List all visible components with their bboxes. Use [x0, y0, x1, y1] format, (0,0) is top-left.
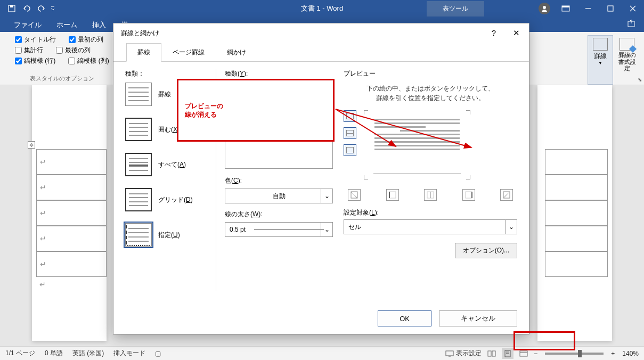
- document-title: 文書 1 - Word: [301, 4, 343, 13]
- save-button[interactable]: [4, 1, 19, 16]
- svg-rect-6: [608, 6, 613, 11]
- user-avatar[interactable]: [539, 3, 550, 14]
- maximize-button[interactable]: [599, 0, 622, 17]
- status-page[interactable]: 1/1 ページ: [5, 349, 35, 358]
- dialog-titlebar: 罫線と網かけ ? ✕: [113, 23, 529, 43]
- chk-total-row[interactable]: 集計行: [15, 46, 43, 55]
- svg-point-2: [543, 6, 546, 9]
- tab-page-border[interactable]: ページ罫線: [161, 43, 216, 62]
- svg-rect-8: [446, 351, 453, 356]
- view-print-layout[interactable]: [502, 348, 513, 359]
- dialog-launcher[interactable]: ⬊: [638, 77, 642, 83]
- preview-left-border-btn[interactable]: [386, 189, 399, 201]
- preview-vmid-border-btn[interactable]: [424, 189, 437, 201]
- svg-rect-1: [10, 5, 13, 7]
- window-controls: [539, 0, 644, 17]
- svg-rect-19: [389, 192, 396, 198]
- annotation-callout: プレビューの 線が消える: [177, 79, 335, 142]
- close-button[interactable]: [622, 0, 644, 17]
- table-row[interactable]: ↵: [36, 251, 107, 277]
- group-label: 表スタイルのオプション: [15, 72, 109, 83]
- zoom-out[interactable]: −: [534, 350, 537, 357]
- svg-rect-10: [488, 351, 491, 356]
- preview-right-border-btn[interactable]: [462, 189, 475, 201]
- ribbon-options-button[interactable]: [555, 0, 577, 17]
- chevron-down-icon: ⌄: [505, 220, 517, 234]
- chevron-down-icon: ⌄: [321, 223, 332, 236]
- zoom-slider[interactable]: [545, 353, 604, 355]
- view-read-mode[interactable]: [486, 348, 498, 359]
- dialog-close-button[interactable]: ✕: [511, 28, 521, 38]
- svg-line-26: [503, 192, 510, 198]
- border-painter-icon: [619, 38, 634, 51]
- tab-shading[interactable]: 網かけ: [216, 43, 257, 62]
- svg-rect-11: [492, 351, 495, 356]
- share-button[interactable]: [619, 17, 644, 32]
- qat-customize[interactable]: [49, 1, 56, 16]
- table-row[interactable]: ↵: [36, 175, 107, 200]
- table-row[interactable]: [545, 226, 608, 251]
- chevron-down-icon: ⌄: [321, 189, 332, 203]
- tab-home[interactable]: ホーム: [49, 17, 85, 32]
- target-dropdown[interactable]: セル ⌄: [344, 219, 517, 234]
- preview-diagram[interactable]: [364, 110, 470, 179]
- style-label: 種類(Y):: [225, 69, 333, 78]
- status-insert[interactable]: 挿入モード: [113, 349, 145, 358]
- redo-button[interactable]: [34, 1, 49, 16]
- preview-diag-up-btn[interactable]: [500, 189, 513, 201]
- preview-hint: 下の絵の中、またはボタンをクリックして、 罫線を引く位置を指定してください。: [344, 84, 517, 103]
- title-bar: 文書 1 - Word 表ツール: [0, 0, 644, 17]
- svg-line-18: [351, 192, 357, 198]
- table-row[interactable]: ↵: [36, 226, 107, 251]
- table-style-options-group: タイトル行 最初の列 集計行 最後の列 縞模様 (行) 縞模様 (列) 表スタイ…: [10, 35, 115, 85]
- status-words[interactable]: 0 単語: [45, 349, 63, 358]
- borders-shading-dialog: 罫線と網かけ ? ✕ 罫線 ページ罫線 網かけ 種類： 罫線 囲む(X) すべて…: [113, 23, 529, 334]
- width-dropdown[interactable]: 0.5 pt ⌄: [225, 222, 333, 237]
- preview-bottom-border-btn[interactable]: [344, 144, 356, 156]
- table-row[interactable]: [545, 149, 608, 175]
- borders-dropdown[interactable]: 罫線 ▼: [588, 35, 613, 85]
- status-lang[interactable]: 英語 (米国): [72, 349, 104, 358]
- color-dropdown[interactable]: 自動 ⌄: [225, 189, 333, 203]
- preview-diag-down-btn[interactable]: [348, 189, 361, 201]
- width-label: 線の太さ(W):: [225, 210, 333, 219]
- cancel-button[interactable]: キャンセル: [439, 310, 517, 326]
- page-right: [537, 85, 612, 341]
- minimize-button[interactable]: [577, 0, 599, 17]
- preview-top-border-btn[interactable]: [344, 110, 356, 122]
- border-painter-button[interactable]: 罫線の 書式設定: [614, 35, 640, 85]
- status-display[interactable]: 表示設定: [445, 349, 482, 358]
- tab-file[interactable]: ファイル: [6, 17, 49, 32]
- kind-custom[interactable]: 指定(U): [125, 223, 216, 247]
- dialog-title: 罫線と網かけ: [121, 29, 159, 38]
- options-button[interactable]: オプション(O)...: [455, 243, 517, 258]
- svg-rect-23: [466, 192, 472, 198]
- borders-icon: [593, 38, 608, 51]
- table-row[interactable]: [545, 175, 608, 200]
- zoom-in[interactable]: +: [611, 350, 615, 357]
- dialog-help-button[interactable]: ?: [488, 28, 499, 38]
- kind-grid[interactable]: グリッド(D): [125, 188, 216, 211]
- tab-insert[interactable]: 挿入: [85, 17, 113, 32]
- table-row[interactable]: ↵: [36, 149, 107, 175]
- zoom-value[interactable]: 140%: [622, 350, 639, 357]
- preview-mid-border-btn[interactable]: [344, 127, 356, 139]
- table-row[interactable]: ↵: [36, 200, 107, 226]
- svg-rect-4: [562, 6, 569, 7]
- undo-button[interactable]: [19, 1, 34, 16]
- preview-column: プレビュー 下の絵の中、またはボタンをクリックして、 罫線を引く位置を指定してく…: [333, 69, 517, 291]
- view-web-layout[interactable]: [518, 348, 529, 359]
- chk-title-row[interactable]: タイトル行: [15, 35, 56, 44]
- table-row[interactable]: [545, 200, 608, 226]
- status-record-icon[interactable]: ▢: [155, 350, 161, 357]
- chk-first-col[interactable]: 最初の列: [69, 35, 103, 44]
- chk-last-col[interactable]: 最後の列: [56, 46, 91, 55]
- table-row[interactable]: [545, 251, 608, 277]
- kind-all[interactable]: すべて(A): [125, 153, 216, 176]
- chk-banded-cols[interactable]: 縞模様 (列): [68, 56, 109, 66]
- table-move-handle[interactable]: ✥: [28, 141, 35, 149]
- chk-banded-rows[interactable]: 縞模様 (行): [15, 56, 55, 66]
- svg-rect-15: [520, 351, 527, 356]
- tab-borders[interactable]: 罫線: [126, 43, 161, 62]
- ok-button[interactable]: OK: [378, 310, 431, 326]
